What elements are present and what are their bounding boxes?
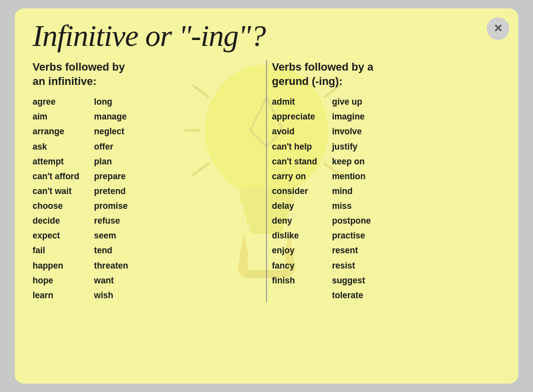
word-item: happen: [33, 259, 79, 273]
infinitive-word-columns: agreeaimarrangeaskattemptcan't affordcan…: [33, 95, 261, 302]
word-item: expect: [33, 229, 79, 242]
word-item: mention: [332, 170, 371, 183]
gerund-col1: admitappreciateavoidcan't helpcan't stan…: [272, 95, 317, 302]
word-item: neglect: [94, 125, 128, 138]
word-item: manage: [94, 110, 128, 123]
word-item: long: [94, 95, 128, 109]
word-item: fail: [33, 244, 79, 257]
word-item: tolerate: [332, 289, 371, 302]
word-item: involve: [332, 125, 371, 138]
word-item: agree: [33, 95, 79, 109]
close-button[interactable]: ✕: [487, 17, 509, 40]
word-item: refuse: [94, 214, 128, 228]
word-item: decide: [33, 214, 79, 228]
word-item: resent: [332, 244, 371, 257]
word-item: attempt: [33, 155, 79, 168]
word-item: give up: [332, 95, 371, 109]
word-item: appreciate: [272, 110, 317, 123]
gerund-col2: give upimagineinvolvejustifykeep onmenti…: [332, 95, 371, 302]
word-item: imagine: [332, 110, 371, 123]
word-item: learn: [33, 289, 79, 302]
word-item: ask: [33, 140, 79, 154]
main-card: ✕ Infinitive or "-ing"? Verbs followed b…: [15, 8, 518, 384]
gerund-section: Verbs followed by a gerund (-ing): admit…: [272, 60, 500, 302]
word-item: fancy: [272, 259, 317, 273]
word-item: finish: [272, 274, 317, 287]
word-item: seem: [94, 229, 128, 242]
word-item: delay: [272, 199, 317, 213]
word-item: justify: [332, 140, 371, 154]
gerund-word-columns: admitappreciateavoidcan't helpcan't stan…: [272, 95, 500, 302]
word-item: suggest: [332, 274, 371, 287]
content-columns: Verbs followed by an infinitive: agreeai…: [33, 60, 500, 302]
section-divider: [266, 60, 267, 302]
word-item: avoid: [272, 125, 317, 138]
infinitive-col1: agreeaimarrangeaskattemptcan't affordcan…: [33, 95, 79, 302]
word-item: admit: [272, 95, 317, 109]
word-item: consider: [272, 185, 317, 198]
word-item: dislike: [272, 229, 317, 242]
word-item: can't help: [272, 140, 317, 154]
word-item: carry on: [272, 170, 317, 183]
word-item: prepare: [94, 170, 128, 183]
word-item: tend: [94, 244, 128, 257]
word-item: enjoy: [272, 244, 317, 257]
page-title: Infinitive or "-ing"?: [33, 18, 500, 53]
word-item: promise: [94, 199, 128, 213]
word-item: miss: [332, 199, 371, 213]
word-item: aim: [33, 110, 79, 123]
word-item: want: [94, 274, 128, 287]
word-item: wish: [94, 289, 128, 302]
word-item: mind: [332, 185, 371, 198]
word-item: offer: [94, 140, 128, 154]
word-item: arrange: [33, 125, 79, 138]
word-item: can't wait: [33, 185, 79, 198]
word-item: practise: [332, 229, 371, 242]
gerund-heading: Verbs followed by a gerund (-ing):: [272, 60, 500, 88]
word-item: choose: [33, 199, 79, 213]
word-item: deny: [272, 214, 317, 228]
word-item: postpone: [332, 214, 371, 228]
word-item: plan: [94, 155, 128, 168]
word-item: can't afford: [33, 170, 79, 183]
word-item: keep on: [332, 155, 371, 168]
infinitive-col2: longmanageneglectofferplanpreparepretend…: [94, 95, 128, 302]
word-item: threaten: [94, 259, 128, 273]
infinitive-heading: Verbs followed by an infinitive:: [33, 60, 261, 88]
word-item: pretend: [94, 185, 128, 198]
word-item: hope: [33, 274, 79, 287]
word-item: resist: [332, 259, 371, 273]
word-item: can't stand: [272, 155, 317, 168]
infinitive-section: Verbs followed by an infinitive: agreeai…: [33, 60, 261, 302]
